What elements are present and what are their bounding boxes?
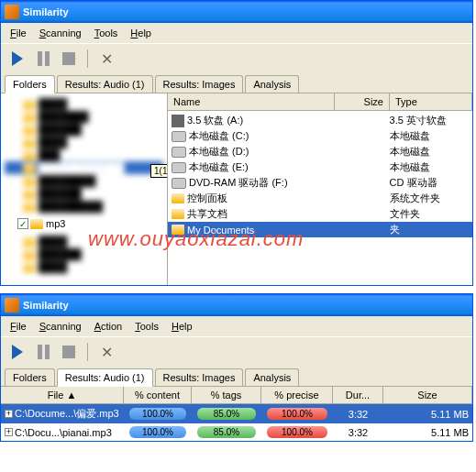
menu-tools[interactable]: Tools (129, 319, 164, 334)
list-row[interactable]: My Documents夹 (168, 222, 472, 237)
menu-scanning[interactable]: Scanning (34, 26, 87, 40)
header-precise[interactable]: % precise (261, 387, 333, 403)
header-size[interactable]: Size (383, 387, 472, 403)
settings-button[interactable]: ✕ (95, 341, 117, 363)
drive-icon (172, 193, 184, 203)
folder-icon (30, 219, 43, 229)
menu-action[interactable]: Action (89, 319, 128, 334)
tab-analysis[interactable]: Analysis (245, 75, 299, 93)
list-row[interactable]: 控制面板系统文件夹 (168, 191, 472, 206)
list-body: 3.5 软盘 (A:)3.5 英寸软盘本地磁盘 (C:)本地磁盘本地磁盘 (D:… (168, 111, 472, 239)
menu-help[interactable]: Help (125, 26, 157, 40)
play-button[interactable] (6, 48, 28, 70)
pause-icon (38, 51, 50, 66)
stop-icon (62, 346, 75, 358)
tooltip: 1(1) (150, 164, 168, 178)
menu-file[interactable]: File (5, 319, 32, 334)
stop-button[interactable] (58, 341, 80, 363)
header-content[interactable]: % content (124, 387, 192, 403)
titlebar[interactable]: Similarity (1, 294, 472, 316)
content-bar: 100.0% (129, 408, 186, 420)
list-row[interactable]: 本地磁盘 (D:)本地磁盘 (168, 144, 472, 159)
header-type[interactable]: Type (390, 93, 472, 110)
list-row[interactable]: 本地磁盘 (C:)本地磁盘 (168, 128, 472, 144)
results-header: File ▲ % content % tags % precise Dur...… (1, 387, 472, 404)
play-icon (12, 345, 23, 359)
menubar: File Scanning Tools Help (1, 23, 472, 43)
pause-button[interactable] (32, 48, 54, 70)
titlebar[interactable]: Similarity (1, 1, 472, 23)
tags-bar: 85.0% (197, 426, 256, 438)
window-title: Similarity (23, 300, 69, 311)
drive-name: My Documents (187, 225, 254, 236)
list-row[interactable]: 3.5 软盘 (A:)3.5 英寸软盘 (168, 113, 472, 128)
file-size: 5.11 MB (383, 425, 472, 440)
menu-help[interactable]: Help (166, 319, 198, 334)
drive-icon (172, 131, 186, 142)
expand-icon[interactable]: + (5, 410, 13, 418)
drive-type: CD 驱动器 (390, 176, 469, 190)
drive-name: 共享文档 (187, 207, 227, 221)
header-dur[interactable]: Dur... (333, 387, 383, 403)
tree-item-mp3[interactable]: mp3 (1, 216, 167, 231)
menu-scanning[interactable]: Scanning (34, 319, 87, 334)
play-button[interactable] (6, 341, 28, 363)
pause-button[interactable] (32, 341, 54, 363)
tabs: Folders Results: Audio (1) Results: Imag… (1, 73, 472, 93)
results-row[interactable]: +C:\Docu...\pianai.mp3 100.0% 85.0% 100.… (1, 423, 472, 441)
results-body: +C:\Docume...\偏爱.mp3 100.0% 85.0% 100.0%… (1, 404, 472, 441)
menu-tools[interactable]: Tools (89, 26, 124, 40)
stop-icon (62, 52, 75, 65)
tab-folders[interactable]: Folders (5, 75, 55, 93)
window-1: Similarity File Scanning Tools Help ✕ Fo… (0, 0, 473, 286)
results-area: File ▲ % content % tags % precise Dur...… (1, 386, 472, 441)
tab-results-audio[interactable]: Results: Audio (1) (57, 75, 153, 93)
precise-bar: 100.0% (267, 426, 327, 438)
results-row[interactable]: +C:\Docume...\偏爱.mp3 100.0% 85.0% 100.0%… (1, 404, 472, 423)
drive-icon (172, 209, 184, 219)
list-row[interactable]: DVD-RAM 驱动器 (F:)CD 驱动器 (168, 175, 472, 191)
drive-name: 本地磁盘 (D:) (189, 145, 249, 159)
duration: 3:32 (333, 425, 383, 440)
divider (87, 49, 88, 68)
app-icon (5, 298, 19, 313)
header-name[interactable]: Name (168, 93, 335, 110)
drive-icon (172, 162, 186, 173)
drive-type: 文件夹 (390, 207, 469, 221)
list-row[interactable]: 本地磁盘 (E:)本地磁盘 (168, 159, 472, 175)
window-2: Similarity File Scanning Action Tools He… (0, 293, 473, 442)
tree-label: mp3 (46, 218, 65, 229)
expand-icon[interactable]: + (5, 428, 13, 436)
folder-tree[interactable]: ████ ███████ ██████ ████ ███ ███████████… (1, 93, 168, 285)
file-size: 5.11 MB (383, 407, 472, 422)
precise-bar: 100.0% (267, 408, 327, 420)
drive-type: 3.5 英寸软盘 (390, 114, 469, 127)
tab-results-images[interactable]: Results: Images (155, 75, 244, 93)
file-list[interactable]: Name Size Type 3.5 软盘 (A:)3.5 英寸软盘本地磁盘 (… (168, 93, 472, 285)
menu-file[interactable]: File (5, 26, 32, 40)
drive-icon (172, 178, 186, 189)
window-title: Similarity (23, 6, 69, 17)
stop-button[interactable] (58, 48, 80, 70)
settings-button[interactable]: ✕ (95, 48, 117, 70)
drive-name: DVD-RAM 驱动器 (F:) (189, 176, 288, 190)
header-size[interactable]: Size (335, 93, 390, 110)
pause-icon (38, 345, 50, 359)
tab-results-images[interactable]: Results: Images (155, 368, 244, 386)
tabs: Folders Results: Audio (1) Results: Imag… (1, 367, 472, 386)
tab-analysis[interactable]: Analysis (245, 368, 299, 386)
checkbox-icon[interactable] (17, 218, 28, 229)
tab-folders[interactable]: Folders (5, 368, 55, 386)
tags-bar: 85.0% (197, 408, 256, 420)
toolbar: ✕ (1, 336, 472, 367)
drive-type: 系统文件夹 (390, 192, 469, 205)
list-row[interactable]: 共享文档文件夹 (168, 206, 472, 222)
drive-name: 本地磁盘 (C:) (189, 129, 249, 143)
header-file[interactable]: File ▲ (1, 387, 124, 403)
drive-name: 控制面板 (187, 192, 227, 205)
content-bar: 100.0% (129, 426, 186, 438)
header-tags[interactable]: % tags (192, 387, 261, 403)
tab-results-audio[interactable]: Results: Audio (1) (57, 368, 153, 387)
content-area: ████ ███████ ██████ ████ ███ ███████████… (1, 93, 472, 285)
drive-icon (172, 225, 184, 235)
